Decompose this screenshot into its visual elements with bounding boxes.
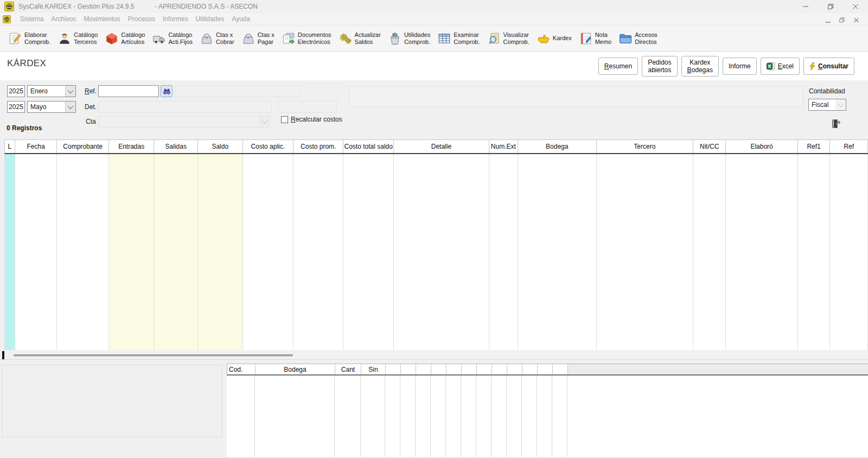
toolbar-nota-memo[interactable]: NotaMemo	[578, 27, 613, 50]
main-table-column-header[interactable]: Entradas	[109, 140, 155, 153]
electronic-documents-icon	[282, 31, 296, 46]
bodega-table-column-header[interactable]	[492, 364, 507, 374]
main-table-column-header[interactable]: Ref	[830, 140, 868, 153]
main-table-column-header[interactable]: Tercero	[597, 140, 693, 153]
toolbar-actualizar-saldos[interactable]: ActualizarSaldos	[337, 27, 382, 50]
bodega-table-column-header[interactable]	[416, 364, 431, 374]
bodega-table-column-header[interactable]	[538, 364, 553, 374]
pedidos-abiertos-button[interactable]: Pedidos abiertos	[642, 56, 677, 77]
bodega-table-column-header[interactable]: Sin	[361, 364, 386, 374]
recalcular-costos-option[interactable]: Recalcular costos	[281, 116, 342, 123]
mdi-close-button[interactable]	[852, 15, 860, 23]
kardex-content: 2025 Enero Ref. Contabilidad Fiscal 2025…	[0, 80, 868, 458]
consultar-button[interactable]: Consultar	[803, 58, 854, 75]
main-table-column-header[interactable]: Fecha	[15, 140, 58, 153]
menu-utilidades[interactable]: Utilidades	[192, 15, 228, 23]
toolbar-visualizar-comprob[interactable]: VisualizarComprob.	[486, 27, 531, 50]
main-table-column-header[interactable]: Saldo	[198, 140, 243, 153]
menu-movimientos[interactable]: Movimientos	[80, 15, 124, 23]
menu-archivos[interactable]: Archivos	[47, 15, 80, 23]
mdi-restore-button[interactable]	[838, 15, 846, 23]
bodega-table-column-header[interactable]	[477, 364, 492, 374]
main-table-column-header[interactable]: Comprobante	[57, 140, 108, 153]
bodega-table-column	[476, 376, 492, 457]
bodega-table-column-header[interactable]	[401, 364, 416, 374]
bodega-table-column	[522, 376, 537, 457]
year-from-input[interactable]: 2025	[7, 85, 25, 97]
mdi-minimize-icon	[826, 17, 831, 23]
toolbar-kardex[interactable]: Kardex	[535, 27, 573, 50]
year-to-input[interactable]: 2025	[7, 101, 25, 113]
close-button[interactable]	[843, 0, 868, 13]
restore-button[interactable]	[818, 0, 843, 13]
syscafe-logo-icon	[3, 15, 11, 23]
blue-folder-icon	[618, 31, 633, 46]
minimize-button[interactable]	[793, 0, 818, 13]
mdi-restore-icon	[839, 17, 845, 23]
menu-sistema[interactable]: Sistema	[16, 15, 47, 23]
main-table-column	[293, 154, 343, 350]
bodega-table-column-header[interactable]	[507, 364, 522, 374]
scrollbar-thumb[interactable]	[14, 354, 293, 356]
bodega-table-column-header[interactable]: Bodega	[256, 364, 335, 374]
toolbar-catalogo-actifijos[interactable]: CatálogoActi.Fijos	[151, 27, 194, 50]
menu-ayuda[interactable]: Ayuda	[228, 15, 254, 23]
toolbar-ctas-x-cobrar[interactable]: Ctas xCobrar	[199, 27, 235, 50]
month-from-select[interactable]: Enero	[27, 85, 76, 97]
contabilidad-select[interactable]: Fiscal	[808, 99, 846, 111]
main-table-column-header[interactable]: Costo aplic.	[243, 140, 293, 153]
month-to-select[interactable]: Mayo	[27, 101, 76, 113]
window-company: - APRENDIENDO S.A.S - ASECON	[155, 3, 257, 10]
bodega-table-column	[492, 376, 507, 457]
mdi-minimize-button[interactable]	[824, 15, 832, 23]
main-table-column-header[interactable]: Num.Ext	[489, 140, 518, 153]
toolbar-ctas-x-pagar[interactable]: Ctas xPagar	[240, 27, 276, 50]
main-table-column-header[interactable]: Salidas	[154, 140, 198, 153]
horizontal-scrollbar[interactable]	[0, 351, 868, 360]
minimize-icon	[802, 3, 809, 10]
toolbar-examinar-comprob[interactable]: ExaminarComprob.	[436, 27, 481, 50]
search-button[interactable]	[161, 85, 173, 97]
toolbar-documentos-electronicos[interactable]: DocumentosElectrónicos	[280, 27, 333, 50]
bodega-table-column-header[interactable]: Cant	[335, 364, 361, 374]
close-icon	[852, 3, 859, 10]
kardex-bodegas-button[interactable]: Kardex Bodegas	[681, 56, 719, 77]
bodega-table-column-header[interactable]	[462, 364, 477, 374]
main-table-column-header[interactable]: L	[5, 140, 15, 153]
main-table-column-header[interactable]: Costo total saldo	[343, 140, 393, 153]
resumen-button[interactable]: Resumen	[598, 58, 638, 75]
main-table-column-header[interactable]: Nit/CC	[693, 140, 726, 153]
bodega-table-column-header[interactable]	[522, 364, 538, 374]
ref-input[interactable]	[98, 85, 159, 97]
toolbar-catalogo-articulos[interactable]: CatálogoArtículos	[104, 27, 146, 50]
syscafe-logo-icon	[4, 2, 14, 11]
main-table-column-header[interactable]: Elaboró	[726, 140, 797, 153]
exit-button[interactable]	[830, 118, 841, 129]
main-table-column-header[interactable]: Ref1	[798, 140, 831, 153]
toolbar-elaborar-comprob[interactable]: ElaborarComprob.	[7, 27, 52, 50]
bodega-table-column-header[interactable]	[446, 364, 462, 374]
menu-procesos[interactable]: Procesos	[124, 15, 159, 23]
bodega-table-column-header[interactable]: Cod.	[227, 364, 256, 374]
bodega-table-column-header[interactable]	[553, 364, 568, 374]
toolbar-utilidades-comprob[interactable]: UtilidadesComprob.	[387, 27, 431, 50]
bodega-table-column-header[interactable]	[431, 364, 446, 374]
bodega-table-column-header[interactable]	[386, 364, 401, 374]
toolbar-accesos-directos[interactable]: AccesosDirectos	[617, 27, 659, 50]
det-label: Det.	[85, 103, 97, 111]
recalcular-checkbox[interactable]	[281, 116, 288, 123]
toolbar-catalogo-terceros[interactable]: CatálogoTerceros	[56, 27, 99, 50]
ref-description-field	[175, 85, 300, 97]
main-table: LFechaComprobanteEntradasSalidasSaldoCos…	[4, 139, 868, 350]
bodega-table-column	[416, 376, 431, 457]
menu-informes[interactable]: Informes	[159, 15, 192, 23]
main-table-column-header[interactable]: Bodega	[518, 140, 597, 153]
main-table-column-header[interactable]: Detalle	[394, 140, 489, 153]
excel-button[interactable]: Excel	[761, 58, 800, 75]
main-table-column	[243, 154, 293, 350]
ref-label: Ref.	[85, 87, 97, 95]
main-table-column	[109, 154, 155, 350]
main-table-column-header[interactable]: Costo prom.	[293, 140, 343, 153]
informe-button[interactable]: Informe	[723, 58, 757, 75]
page-header: KÁRDEX Resumen Pedidos abiertos Kardex B…	[0, 52, 868, 80]
